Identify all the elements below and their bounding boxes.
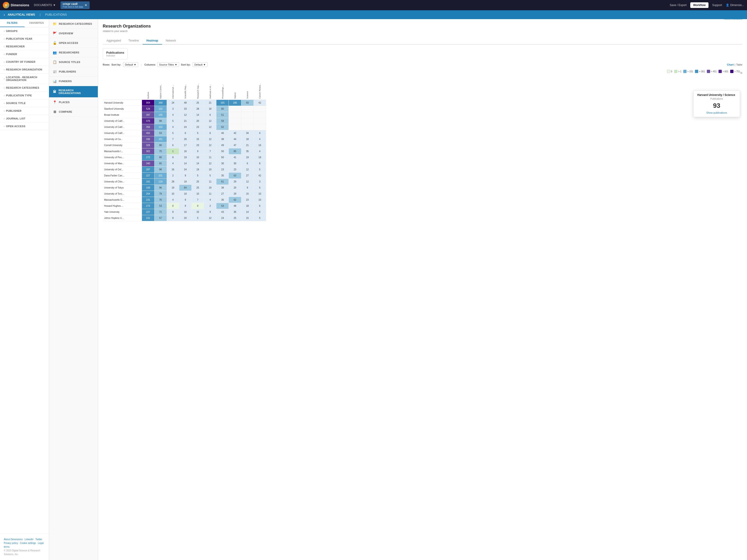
cookie-link[interactable]: Cookie settings xyxy=(20,542,36,544)
cell-6-2[interactable]: 7 xyxy=(167,136,179,142)
twitter-link[interactable]: Twitter xyxy=(35,538,42,541)
cell-14-3[interactable]: 84 xyxy=(179,185,191,191)
cell-9-7[interactable]: 41 xyxy=(229,154,241,160)
view-publishers[interactable]: 📰 PUBLISHERS xyxy=(49,67,98,77)
view-places[interactable]: 📍 PLACES xyxy=(49,98,98,107)
cell-2-0[interactable]: 397 xyxy=(142,112,154,118)
cell-0-8[interactable]: 93 xyxy=(241,100,254,106)
linkedin-link[interactable]: LinkedIn xyxy=(25,538,34,541)
cell-4-4[interactable]: 23 xyxy=(192,124,204,130)
cell-18-8[interactable]: 14 xyxy=(241,209,254,215)
cell-1-1[interactable]: 132 xyxy=(154,106,167,112)
cell-6-8[interactable]: 18 xyxy=(241,136,254,142)
save-export-button[interactable]: Save / Export xyxy=(670,3,687,7)
column-header-3[interactable]: Scientific Rep... xyxy=(179,79,191,100)
cell-13-5[interactable]: 11 xyxy=(204,179,216,185)
cell-17-4[interactable]: 0 xyxy=(192,203,204,209)
cell-11-9[interactable]: 5 xyxy=(254,166,266,172)
cell-13-3[interactable]: 18 xyxy=(179,179,191,185)
cell-5-3[interactable]: 6 xyxy=(179,130,191,136)
cell-4-1[interactable]: 102 xyxy=(154,124,167,130)
view-research-categories[interactable]: 📁 RESEARCH CATEGORIES xyxy=(49,19,98,29)
tab-heatmap[interactable]: Heatmap xyxy=(143,37,162,45)
cell-10-4[interactable]: 14 xyxy=(192,160,204,166)
cell-13-1[interactable]: 118 xyxy=(154,179,167,185)
cell-8-8[interactable]: 35 xyxy=(241,148,254,154)
cell-10-1[interactable]: 65 xyxy=(154,160,167,166)
cell-19-2[interactable]: 8 xyxy=(167,215,179,221)
cell-2-6[interactable]: 51 xyxy=(216,112,229,118)
cell-1-6[interactable]: 80 xyxy=(216,106,229,112)
cell-18-3[interactable]: 16 xyxy=(179,209,191,215)
cell-10-6[interactable]: 30 xyxy=(216,160,229,166)
cell-6-7[interactable]: 44 xyxy=(229,136,241,142)
cell-17-9[interactable]: 6 xyxy=(254,203,266,209)
cell-1-3[interactable]: 33 xyxy=(179,106,191,112)
logo[interactable]: D Dimensions xyxy=(3,2,29,8)
cell-12-1[interactable]: 101 xyxy=(154,172,167,179)
cell-2-8[interactable] xyxy=(241,112,254,118)
cell-5-6[interactable]: 46 xyxy=(216,130,229,136)
cell-19-0[interactable]: 231 xyxy=(142,215,154,221)
rows-sort-select[interactable]: Default ▼ xyxy=(123,62,138,67)
filter-researcher[interactable]: ›RESEARCHER xyxy=(0,43,49,50)
cell-12-4[interactable]: 5 xyxy=(192,172,204,179)
cell-13-0[interactable]: 181 xyxy=(142,179,154,185)
cell-7-6[interactable]: 49 xyxy=(216,142,229,148)
cell-12-3[interactable]: 9 xyxy=(179,172,191,179)
cell-19-3[interactable]: 20 xyxy=(179,215,191,221)
cell-7-2[interactable]: 6 xyxy=(167,142,179,148)
cell-16-2[interactable]: 4 xyxy=(167,197,179,203)
cell-0-3[interactable]: 48 xyxy=(179,100,191,106)
tab-aggregated[interactable]: Aggregated xyxy=(103,37,125,45)
cell-11-0[interactable]: 287 xyxy=(142,166,154,172)
cell-10-0[interactable]: 340 xyxy=(142,160,154,166)
cell-15-9[interactable]: 10 xyxy=(254,191,266,197)
cell-19-1[interactable]: 57 xyxy=(154,215,167,221)
cell-9-9[interactable]: 18 xyxy=(254,154,266,160)
cell-13-6[interactable]: 61 xyxy=(216,179,229,185)
cell-3-4[interactable]: 20 xyxy=(192,118,204,124)
cell-14-9[interactable]: 6 xyxy=(254,185,266,191)
cell-9-2[interactable]: 8 xyxy=(167,154,179,160)
cell-3-3[interactable]: 21 xyxy=(179,118,191,124)
cell-9-5[interactable]: 11 xyxy=(204,154,216,160)
cell-13-9[interactable]: 3 xyxy=(254,179,266,185)
cell-17-7[interactable]: 48 xyxy=(229,203,241,209)
filter-research-org[interactable]: ›RESEARCH ORGANIZATION xyxy=(0,66,49,74)
column-header-6[interactable]: Proceedings ... xyxy=(216,79,229,100)
cell-14-5[interactable]: 19 xyxy=(204,185,216,191)
cell-15-7[interactable]: 29 xyxy=(229,191,241,197)
cell-7-8[interactable]: 21 xyxy=(241,142,254,148)
cell-4-9[interactable] xyxy=(254,124,266,130)
cell-2-1[interactable]: 135 xyxy=(154,112,167,118)
cell-4-0[interactable]: 356 xyxy=(142,124,154,130)
cell-18-5[interactable]: 9 xyxy=(204,209,216,215)
cell-9-3[interactable]: 19 xyxy=(179,154,191,160)
cell-17-5[interactable]: 2 xyxy=(204,203,216,209)
cell-9-6[interactable]: 50 xyxy=(216,154,229,160)
workflow-button[interactable]: Workflow xyxy=(690,2,709,8)
cell-3-7[interactable] xyxy=(229,118,241,124)
cell-18-6[interactable]: 43 xyxy=(216,209,229,215)
column-header-4[interactable]: Research Squ... xyxy=(192,79,204,100)
privacy-link[interactable]: Privacy policy xyxy=(4,542,18,544)
cell-3-0[interactable]: 476 xyxy=(142,118,154,124)
cell-0-7[interactable]: 186 xyxy=(229,100,241,106)
filter-publisher[interactable]: ›PUBLISHER xyxy=(0,107,49,115)
cell-6-6[interactable]: 38 xyxy=(216,136,229,142)
about-link[interactable]: About Dimensions xyxy=(4,538,23,541)
cell-7-4[interactable]: 23 xyxy=(192,142,204,148)
cell-19-7[interactable]: 25 xyxy=(229,215,241,221)
cell-10-7[interactable]: 30 xyxy=(229,160,241,166)
column-header-8[interactable]: Science xyxy=(241,79,254,100)
show-publications-link[interactable]: Show publications xyxy=(697,111,736,114)
cell-13-2[interactable]: 28 xyxy=(167,179,179,185)
cell-16-3[interactable]: 9 xyxy=(179,197,191,203)
cell-7-1[interactable]: 80 xyxy=(154,142,167,148)
view-overview[interactable]: 🚩 OVERVIEW xyxy=(49,29,98,38)
cell-12-0[interactable]: 227 xyxy=(142,172,154,179)
cell-17-1[interactable]: 53 xyxy=(154,203,167,209)
cell-8-7[interactable]: 65 xyxy=(229,148,241,154)
cell-4-3[interactable]: 24 xyxy=(179,124,191,130)
